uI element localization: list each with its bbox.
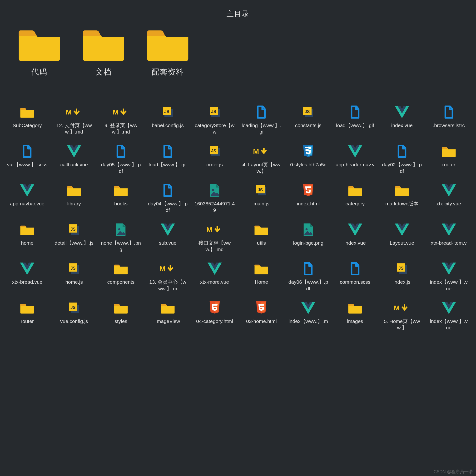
- grid-item[interactable]: index.html: [286, 182, 330, 215]
- grid-item[interactable]: day04【www.】.pdf: [146, 182, 190, 215]
- html-icon: [253, 301, 270, 315]
- grid-item[interactable]: day02【www.】.pdf: [380, 143, 424, 176]
- grid-item[interactable]: app-navbar.vue: [5, 182, 49, 215]
- grid-item[interactable]: Home: [239, 260, 284, 293]
- item-label: load【www.】.gif: [149, 161, 187, 168]
- folder-icon: [81, 26, 126, 62]
- folder-icon: [346, 183, 364, 198]
- grid-item[interactable]: JS vue.config.js: [52, 299, 96, 333]
- item-label: router: [442, 161, 455, 168]
- grid-item[interactable]: JS detail【www.】.js: [52, 221, 96, 254]
- folder-icon: [253, 262, 270, 276]
- grid-item[interactable]: JS categoryStore【ww: [192, 103, 237, 136]
- grid-item[interactable]: components: [99, 260, 143, 293]
- file-blue-icon: [159, 183, 176, 198]
- grid-item[interactable]: load【www.】.gif: [333, 103, 377, 136]
- top-folder[interactable]: 代码: [17, 26, 62, 77]
- grid-item[interactable]: M 4. Layout页【www.】: [239, 143, 284, 176]
- grid-item[interactable]: 0.styles.bfb7a5c: [286, 143, 330, 176]
- grid-item[interactable]: xtx-bread-item.v: [427, 221, 471, 254]
- grid-item[interactable]: 04-category.html: [192, 299, 237, 333]
- grid-item[interactable]: M 5. Home页【www.】: [380, 299, 424, 333]
- grid-item[interactable]: JS home.js: [52, 260, 96, 293]
- image-icon: [112, 222, 130, 237]
- grid-item[interactable]: login-bge.png: [286, 221, 330, 254]
- grid-item[interactable]: Layout.vue: [380, 221, 424, 254]
- grid-item[interactable]: images: [333, 299, 377, 333]
- item-label: 5. Home页【www.】: [382, 318, 422, 331]
- item-label: xtx-more.vue: [200, 279, 229, 285]
- grid-item[interactable]: index.vue: [333, 221, 377, 254]
- js-icon: JS: [66, 262, 83, 276]
- item-label: styles: [115, 318, 127, 324]
- grid-item[interactable]: router: [427, 143, 471, 176]
- file-blue-icon: [440, 105, 458, 119]
- js-icon: JS: [300, 105, 317, 119]
- grid-item[interactable]: none【www.】.png: [99, 221, 143, 254]
- grid-item[interactable]: M 9. 登录页【www.】.md: [99, 103, 143, 136]
- grid-item[interactable]: index【www.】.m: [286, 299, 330, 333]
- grid-item[interactable]: home: [5, 221, 49, 254]
- grid-item[interactable]: 03-home.html: [239, 299, 284, 333]
- grid-item[interactable]: markdown版本: [380, 182, 424, 215]
- file-blue-icon: [393, 144, 410, 158]
- image-icon: [206, 183, 223, 198]
- grid-item[interactable]: load【www.】.gif: [146, 143, 190, 176]
- grid-item[interactable]: xtx-bread.vue: [5, 260, 49, 293]
- grid-item[interactable]: library: [52, 182, 96, 215]
- grid-item[interactable]: JS main.js: [239, 182, 284, 215]
- grid-item[interactable]: JS order.js: [192, 143, 237, 176]
- grid-item[interactable]: day05【www.】.pdf: [99, 143, 143, 176]
- item-label: load【www.】.gif: [336, 122, 374, 129]
- grid-item[interactable]: index.vue: [380, 103, 424, 136]
- grid-item[interactable]: xtx-city.vue: [427, 182, 471, 215]
- grid-item[interactable]: index【www.】.vue: [427, 299, 471, 333]
- grid-item[interactable]: router: [5, 299, 49, 333]
- item-label: app-navbar.vue: [10, 200, 45, 207]
- grid-item[interactable]: sub.vue: [146, 221, 190, 254]
- item-label: xtx-bread.vue: [12, 279, 42, 285]
- vue-icon: [440, 301, 458, 315]
- item-label: hooks: [114, 200, 128, 207]
- grid-item[interactable]: utils: [239, 221, 284, 254]
- grid-item[interactable]: 1603852444971.49: [192, 182, 237, 215]
- grid-item[interactable]: loading【www.】.gi: [239, 103, 284, 136]
- grid-item[interactable]: styles: [99, 299, 143, 333]
- top-folder[interactable]: 文档: [81, 26, 126, 77]
- item-label: ImageView: [155, 318, 180, 324]
- md-icon: M: [159, 262, 176, 276]
- grid-item[interactable]: callback.vue: [52, 143, 96, 176]
- vue-icon: [440, 183, 458, 198]
- grid-item[interactable]: JS constants.js: [286, 103, 330, 136]
- grid-item[interactable]: SubCategory: [5, 103, 49, 136]
- item-label: 03-home.html: [246, 318, 276, 324]
- grid-item[interactable]: category: [333, 182, 377, 215]
- grid-item[interactable]: app-header-nav.v: [333, 143, 377, 176]
- grid-item[interactable]: index【www.】.vue: [427, 260, 471, 293]
- folder-icon: [393, 183, 410, 198]
- folder-icon: [112, 262, 130, 276]
- file-blue-icon: [112, 144, 130, 158]
- top-folder[interactable]: 配套资料: [145, 26, 190, 77]
- grid-item[interactable]: .browserslistrc: [427, 103, 471, 136]
- grid-item[interactable]: var【www.】.scss: [5, 143, 49, 176]
- item-label: login-bge.png: [293, 240, 323, 246]
- grid-item[interactable]: common.scss: [333, 260, 377, 293]
- grid-item[interactable]: day06【www.】.pdf: [286, 260, 330, 293]
- grid-item[interactable]: ImageView: [146, 299, 190, 333]
- grid-item[interactable]: hooks: [99, 182, 143, 215]
- svg-text:JS: JS: [211, 149, 216, 153]
- md-icon: M: [66, 105, 83, 119]
- grid-item[interactable]: M 接口文档【www.】.md: [192, 221, 237, 254]
- grid-item[interactable]: xtx-more.vue: [192, 260, 237, 293]
- grid-item[interactable]: JS babel.config.js: [146, 103, 190, 136]
- vue-icon: [393, 222, 410, 237]
- grid-item[interactable]: M 12. 支付页【www.】.md: [52, 103, 96, 136]
- item-label: .browserslistrc: [433, 122, 465, 129]
- item-label: main.js: [254, 200, 270, 207]
- item-label: babel.config.js: [152, 122, 184, 129]
- folder-icon: [159, 301, 176, 315]
- grid-item[interactable]: JS index.js: [380, 260, 424, 293]
- grid-item[interactable]: M 13. 会员中心【www.】.m: [146, 260, 190, 293]
- item-label: SubCategory: [13, 122, 42, 129]
